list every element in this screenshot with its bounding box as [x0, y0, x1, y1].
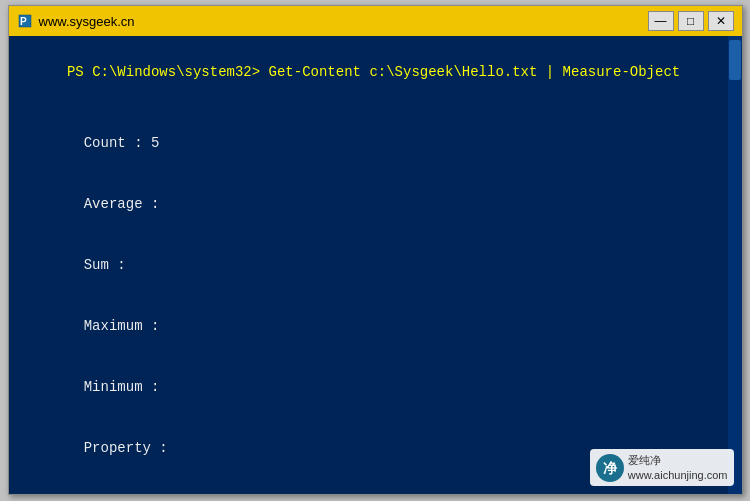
output-minimum: Minimum : — [17, 356, 734, 417]
command-text: Get-Content c:\Sysgeek\Hello.txt | Measu… — [269, 64, 681, 80]
maximum-sep: : — [143, 318, 168, 334]
minimize-button[interactable]: — — [648, 11, 674, 31]
sum-sep: : — [109, 257, 134, 273]
title-bar-controls: — □ ✕ — [648, 11, 734, 31]
scrollbar[interactable] — [728, 36, 742, 494]
second-prompt: PS C:\Windows\system32> — [17, 492, 734, 494]
scrollbar-thumb[interactable] — [729, 40, 741, 80]
sum-label: Sum — [84, 257, 109, 273]
powershell-window: P www.sysgeek.cn — □ ✕ PS C:\Windows\sys… — [8, 5, 743, 495]
maximize-button[interactable]: □ — [678, 11, 704, 31]
minimum-sep: : — [143, 379, 168, 395]
output-sum: Sum : — [17, 235, 734, 296]
prompt-prefix: PS C:\Windows\system32> — [67, 64, 269, 80]
maximum-label: Maximum — [84, 318, 143, 334]
property-sep: : — [151, 440, 176, 456]
watermark-logo: 净 — [596, 454, 624, 482]
count-sep: : — [126, 135, 151, 151]
average-label: Average — [84, 196, 143, 212]
watermark: 净 爱纯净 www.aichunjing.com — [590, 449, 734, 486]
watermark-text: 爱纯净 www.aichunjing.com — [628, 453, 728, 482]
title-bar: P www.sysgeek.cn — □ ✕ — [9, 6, 742, 36]
output-average: Average : — [17, 174, 734, 235]
title-text: www.sysgeek.cn — [39, 14, 135, 29]
count-label: Count — [84, 135, 126, 151]
watermark-site: 爱纯净 — [628, 453, 728, 467]
terminal-body[interactable]: PS C:\Windows\system32> Get-Content c:\S… — [9, 36, 742, 494]
watermark-url: www.aichunjing.com — [628, 468, 728, 482]
svg-text:P: P — [20, 16, 27, 27]
property-label: Property — [84, 440, 151, 456]
command-line: PS C:\Windows\system32> Get-Content c:\S… — [17, 42, 734, 103]
output-count: Count : 5 — [17, 113, 734, 174]
count-value: 5 — [151, 135, 159, 151]
close-button[interactable]: ✕ — [708, 11, 734, 31]
title-bar-left: P www.sysgeek.cn — [17, 13, 135, 29]
average-sep: : — [143, 196, 168, 212]
output-maximum: Maximum : — [17, 296, 734, 357]
minimum-label: Minimum — [84, 379, 143, 395]
window-icon: P — [17, 13, 33, 29]
